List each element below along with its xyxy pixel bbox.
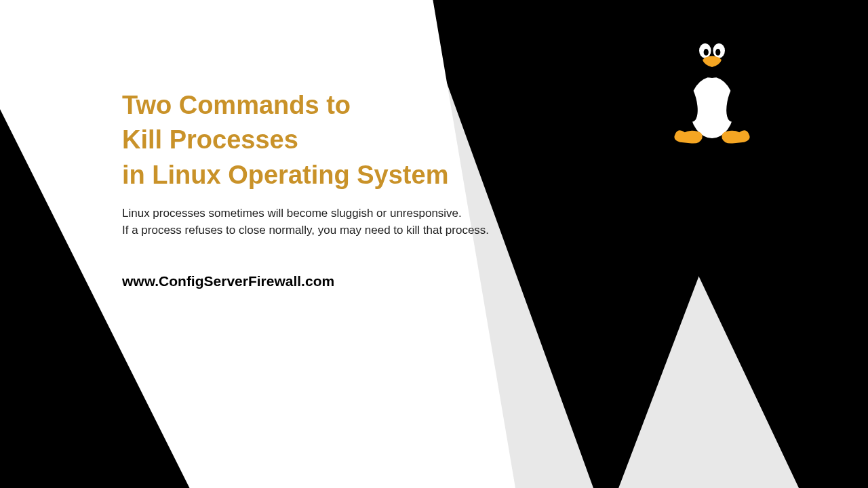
title-line-3: in Linux Operating System — [122, 161, 448, 189]
main-content: Two Commands to Kill Processes in Linux … — [122, 88, 502, 289]
svg-point-2 — [691, 33, 732, 78]
svg-point-6 — [715, 49, 720, 56]
tux-penguin-icon — [661, 28, 763, 147]
svg-point-7 — [703, 56, 721, 64]
title-line-2: Kill Processes — [122, 125, 298, 154]
svg-point-5 — [704, 49, 709, 56]
description-line-2: If a process refuses to close normally, … — [122, 224, 489, 237]
description-line-1: Linux processes sometimes will become sl… — [122, 207, 462, 220]
page-title: Two Commands to Kill Processes in Linux … — [122, 88, 502, 192]
website-url: www.ConfigServerFirewall.com — [122, 273, 502, 289]
page-description: Linux processes sometimes will become sl… — [122, 205, 502, 239]
title-line-1: Two Commands to — [122, 91, 351, 119]
